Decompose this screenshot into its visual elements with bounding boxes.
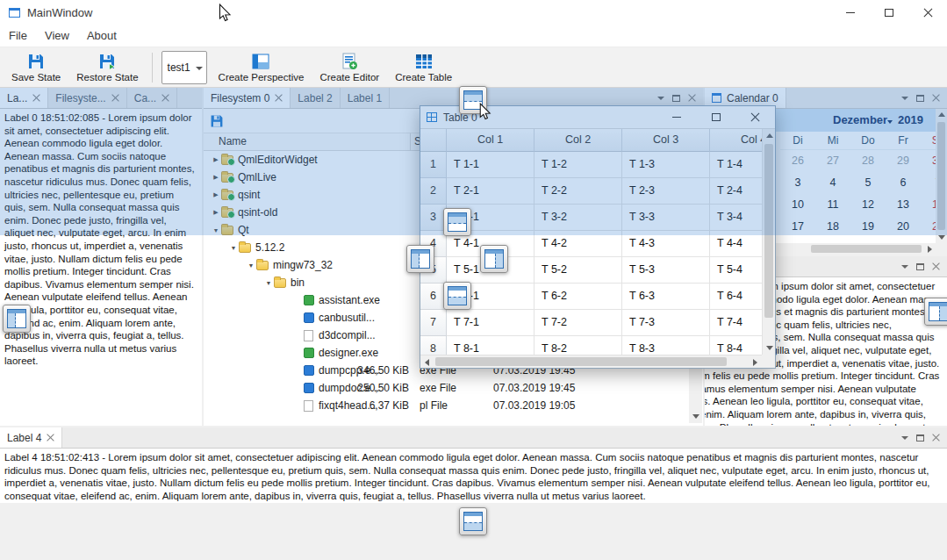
tab-label-4[interactable]: Label 4: [0, 427, 62, 448]
menu-file[interactable]: File: [0, 25, 36, 47]
drop-indicator-top-edge[interactable]: [459, 86, 487, 114]
create-perspective-button[interactable]: Create Perspective: [211, 48, 312, 87]
tab-label-0[interactable]: La...: [0, 88, 48, 108]
restore-state-button[interactable]: Restore State: [68, 48, 146, 87]
table-cell[interactable]: T 8-1: [447, 336, 534, 355]
maximize-button[interactable]: [696, 106, 735, 128]
floating-window-table0[interactable]: Table 0 Col 1Col 2Col 3Col 4 1T 1-1T 1-2…: [420, 105, 776, 369]
drop-indicator-area-right[interactable]: [480, 245, 508, 273]
table-cell[interactable]: T 8-2: [534, 336, 622, 355]
calendar-date-cell[interactable]: 12: [850, 194, 886, 216]
undock-icon[interactable]: [672, 95, 680, 102]
calendar-date-cell[interactable]: 4: [815, 172, 850, 194]
table-cell[interactable]: T 1-3: [622, 152, 710, 178]
scroll-down-icon[interactable]: [689, 410, 702, 423]
table-row-header[interactable]: 2: [420, 178, 447, 205]
table-horizontal-scrollbar[interactable]: [420, 355, 762, 368]
tab-label-1[interactable]: Label 1: [341, 88, 390, 108]
table-row-header[interactable]: 1: [420, 152, 447, 178]
close-tab-icon[interactable]: [47, 434, 54, 442]
scrollbar-thumb[interactable]: [937, 122, 945, 230]
create-editor-button[interactable]: Create Editor: [312, 48, 387, 87]
calendar-date-cell[interactable]: 27: [815, 150, 850, 172]
table-row-header[interactable]: 8: [420, 336, 447, 355]
table-cell[interactable]: T 2-2: [534, 178, 622, 205]
scroll-right-icon[interactable]: [924, 243, 936, 255]
close-tab-icon[interactable]: [275, 94, 283, 102]
close-tab-icon[interactable]: [161, 94, 169, 102]
drop-indicator-bottom-edge[interactable]: [459, 507, 487, 535]
perspective-combobox[interactable]: test1: [161, 51, 207, 84]
calendar-date-cell[interactable]: 6: [886, 172, 921, 194]
scroll-left-icon[interactable]: [420, 355, 434, 369]
tree-item[interactable]: fixqt4head...6,37 KiBpl File07.03.2019 1…: [204, 397, 703, 414]
tab-filesystem-1[interactable]: Filesyste...: [48, 88, 126, 108]
scroll-up-icon[interactable]: [936, 109, 947, 120]
tab-label-2[interactable]: Label 2: [291, 88, 340, 108]
table-cell[interactable]: T 1-4: [710, 152, 762, 178]
table-cell[interactable]: T 1-1: [447, 152, 534, 178]
table-cell[interactable]: T 5-3: [622, 257, 710, 284]
table-column-header[interactable]: Col 2: [534, 129, 622, 152]
drop-indicator-area-top[interactable]: [443, 208, 471, 236]
calendar-date-cell[interactable]: 18: [815, 216, 850, 238]
calendar-date-cell[interactable]: 3: [780, 172, 815, 194]
calendar-month-button[interactable]: Dezember: [833, 113, 887, 126]
tabs-menu-icon[interactable]: [901, 97, 908, 100]
create-table-button[interactable]: Create Table: [387, 48, 460, 87]
minimize-button[interactable]: [656, 106, 696, 128]
scroll-down-icon[interactable]: [936, 232, 947, 243]
table-cell[interactable]: T 7-4: [710, 310, 762, 336]
table-cell[interactable]: T 4-2: [534, 231, 622, 257]
calendar-date-cell[interactable]: 19: [850, 216, 886, 238]
close-area-icon[interactable]: [932, 434, 940, 442]
calendar-date-cell[interactable]: 20: [886, 216, 921, 238]
close-area-icon[interactable]: [932, 94, 940, 102]
table-cell[interactable]: T 8-3: [622, 336, 710, 355]
scrollbar-thumb[interactable]: [764, 144, 773, 318]
calendar-date-cell[interactable]: 13: [886, 194, 921, 216]
calendar-date-cell[interactable]: 11: [815, 194, 850, 216]
expand-arrow-icon[interactable]: ▶: [211, 174, 221, 181]
close-tab-icon[interactable]: [32, 94, 40, 102]
calendar-date-cell[interactable]: 30: [921, 150, 936, 172]
calendar-date-cell[interactable]: 10: [780, 194, 815, 216]
table-cell[interactable]: T 2-1: [447, 178, 534, 205]
undock-icon[interactable]: [916, 263, 924, 270]
table-cell[interactable]: T 2-4: [710, 178, 762, 205]
table-cell[interactable]: T 5-2: [534, 257, 622, 284]
calendar-year-button[interactable]: 2019: [898, 113, 923, 126]
tab-filesystem-0[interactable]: Filesystem 0: [204, 88, 291, 108]
collapse-arrow-icon[interactable]: ▼: [211, 227, 221, 233]
table-cell[interactable]: T 6-2: [534, 284, 622, 310]
table-cell[interactable]: T 7-1: [447, 310, 534, 336]
calendar-date-cell[interactable]: 26: [780, 150, 815, 172]
tree-item[interactable]: dumpdoc.e...250,50 KiBexe File07.03.2019…: [204, 379, 703, 397]
collapse-arrow-icon[interactable]: ▼: [228, 245, 239, 251]
close-tab-icon[interactable]: [111, 94, 119, 102]
tab-calendar-1[interactable]: Ca...: [127, 88, 177, 108]
close-button[interactable]: [908, 0, 947, 25]
table-cell[interactable]: T 7-3: [622, 310, 710, 336]
expand-arrow-icon[interactable]: ▶: [211, 191, 221, 198]
column-header-name[interactable]: Name: [204, 133, 411, 150]
calendar-date-cell[interactable]: 29: [886, 150, 921, 172]
scrollbar-thumb[interactable]: [811, 245, 922, 253]
table-column-header[interactable]: Col 3: [622, 129, 710, 152]
table-column-header[interactable]: Col 4: [710, 129, 762, 152]
save-icon[interactable]: [210, 114, 224, 128]
close-area-icon[interactable]: [932, 262, 940, 270]
close-button[interactable]: [735, 106, 775, 128]
table-cell[interactable]: T 8-4: [710, 336, 762, 355]
drop-indicator-right-edge[interactable]: [924, 298, 947, 326]
calendar-date-cell[interactable]: 7: [921, 172, 936, 194]
table-row-header[interactable]: 7: [420, 310, 447, 336]
tabs-menu-icon[interactable]: [901, 436, 908, 440]
drop-indicator-area-bottom[interactable]: [443, 282, 471, 310]
table-corner-button[interactable]: [420, 129, 447, 152]
scroll-right-icon[interactable]: [749, 355, 762, 369]
table-column-header[interactable]: Col 1: [447, 129, 534, 152]
calendar-date-cell[interactable]: 28: [850, 150, 886, 172]
tabs-menu-icon[interactable]: [657, 97, 664, 100]
close-area-icon[interactable]: [688, 94, 696, 102]
